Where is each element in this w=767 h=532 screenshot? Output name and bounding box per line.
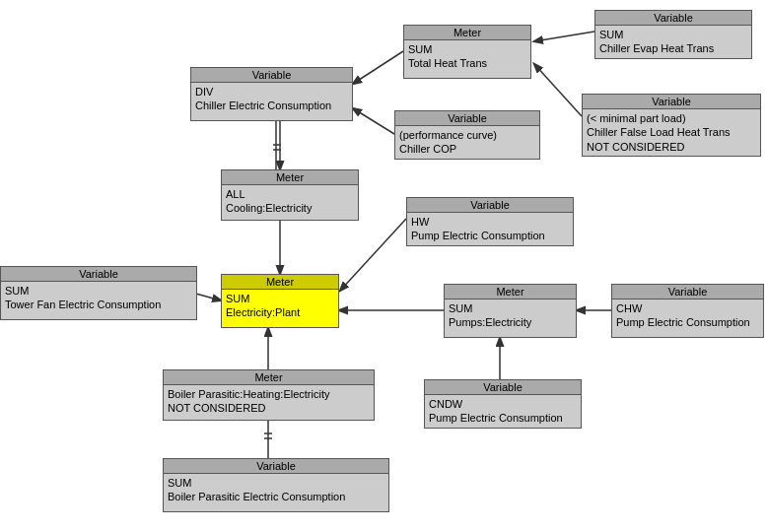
node-sum-total-heat-trans: Meter SUMTotal Heat Trans — [403, 25, 531, 79]
node-chiller-false-header: Variable — [583, 95, 760, 109]
node-chiller-evap-header: Variable — [595, 11, 751, 26]
node-meter-pumps-elec: Meter SUMPumps:Electricity — [444, 284, 577, 338]
node-tower-fan-header: Variable — [1, 267, 196, 282]
arrow-false-load-to-sum — [534, 64, 582, 116]
node-hw-pump-header: Variable — [407, 198, 573, 213]
node-var-chiller-elec: Variable DIVChiller Electric Consumption — [190, 67, 353, 121]
node-elec-plant-body: SUMElectricity:Plant — [222, 290, 338, 322]
node-var-boiler-parasitic-body: SUMBoiler Parasitic Electric Consumption — [164, 474, 388, 506]
node-meter-cooling-elec: Meter ALLCooling:Electricity — [221, 169, 359, 221]
node-chiller-elec-body: DIVChiller Electric Consumption — [191, 83, 352, 115]
node-cndw-pump-header: Variable — [425, 380, 581, 395]
node-var-tower-fan: Variable SUMTower Fan Electric Consumpti… — [0, 266, 197, 320]
node-meter-elec-plant: Meter SUMElectricity:Plant — [221, 274, 339, 328]
node-meter-boiler-parasitic: Meter Boiler Parasitic:Heating:Electrici… — [163, 369, 375, 421]
node-boiler-parasitic-body: Boiler Parasitic:Heating:ElectricityNOT … — [164, 385, 374, 418]
node-elec-plant-header: Meter — [222, 275, 338, 290]
node-hw-pump-body: HWPump Electric Consumption — [407, 213, 573, 245]
node-var-hw-pump: Variable HWPump Electric Consumption — [406, 197, 574, 246]
arrow-evap-to-sum — [534, 32, 594, 41]
node-var-chiller-false-load: Variable (< minimal part load)Chiller Fa… — [582, 94, 761, 157]
arrow-cop-to-chiller-elec — [353, 108, 394, 134]
node-chiller-cop-header: Variable — [395, 111, 539, 126]
node-chw-pump-header: Variable — [612, 285, 763, 299]
node-cooling-elec-header: Meter — [222, 170, 358, 185]
node-cndw-pump-body: CNDWPump Electric Consumption — [425, 395, 581, 428]
node-pumps-elec-header: Meter — [445, 285, 576, 299]
node-var-boiler-parasitic: Variable SUMBoiler Parasitic Electric Co… — [163, 458, 389, 512]
node-chiller-cop-body: (performance curve)Chiller COP — [395, 126, 539, 159]
node-boiler-parasitic-header: Meter — [164, 370, 374, 385]
node-tower-fan-body: SUMTower Fan Electric Consumption — [1, 282, 196, 314]
node-sum-total-body: SUMTotal Heat Trans — [404, 40, 530, 73]
node-pumps-elec-body: SUMPumps:Electricity — [445, 299, 576, 332]
node-var-cndw-pump: Variable CNDWPump Electric Consumption — [424, 379, 582, 429]
node-cooling-elec-body: ALLCooling:Electricity — [222, 185, 358, 218]
node-var-boiler-parasitic-header: Variable — [164, 459, 388, 474]
node-chw-pump-body: CHWPump Electric Consumption — [612, 299, 763, 332]
node-var-chiller-cop: Variable (performance curve)Chiller COP — [394, 110, 540, 160]
node-sum-total-header: Meter — [404, 26, 530, 40]
node-chiller-elec-header: Variable — [191, 68, 352, 83]
node-var-chiller-evap: Variable SUMChiller Evap Heat Trans — [594, 10, 752, 59]
node-var-chw-pump: Variable CHWPump Electric Consumption — [611, 284, 764, 338]
arrow-hw-pump-to-plant — [340, 219, 406, 291]
arrow-sum-to-chiller-elec — [353, 51, 403, 84]
node-chiller-false-body: (< minimal part load)Chiller False Load … — [583, 109, 760, 156]
node-chiller-evap-body: SUMChiller Evap Heat Trans — [595, 26, 751, 58]
diagram-container: Meter SUMTotal Heat Trans Variable SUMCh… — [0, 0, 767, 532]
